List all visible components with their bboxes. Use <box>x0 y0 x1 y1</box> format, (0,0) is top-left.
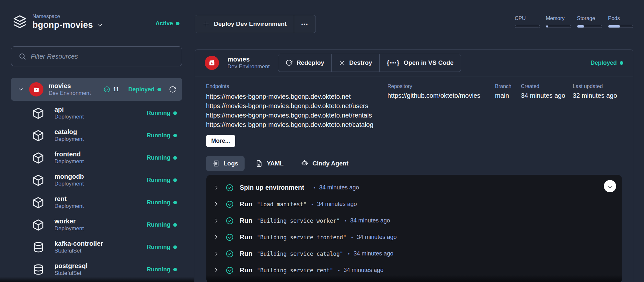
sidebar: movies Dev Environment 11 Deployed api D… <box>11 46 182 281</box>
file-icon <box>256 160 263 167</box>
sidebar-item-rent[interactable]: rent Deployment Running <box>11 191 182 214</box>
sidebar-scroll-fade <box>0 277 194 282</box>
sidebar-item-api[interactable]: api Deployment Running <box>11 102 182 124</box>
movies-app-icon <box>29 82 43 96</box>
sidebar-item-mongodb[interactable]: mongodb Deployment Running <box>11 169 182 191</box>
endpoint-link[interactable]: https://movies-bgonp-movies.bgonp.dev.ok… <box>206 92 387 101</box>
scroll-to-bottom-button[interactable] <box>604 180 616 192</box>
bullet-icon: • <box>311 201 313 207</box>
namespace-block: Namespace bgonp-movies <box>12 14 103 30</box>
ready-count-badge: 11 <box>103 86 119 93</box>
endpoints-label: Endpoints <box>206 84 387 89</box>
detail-tabs: Logs YAML Cindy Agent <box>206 156 633 171</box>
log-entry: Spin up environment • 34 minutes ago <box>206 179 622 196</box>
bullet-icon: • <box>348 251 350 256</box>
chevron-right-icon[interactable] <box>213 201 219 207</box>
chevron-right-icon[interactable] <box>213 185 219 190</box>
panel-header: movies Dev Environment Redeploy Destroy … <box>195 50 633 76</box>
log-entry: Run "Load manifest" • 34 minutes ago <box>206 196 622 212</box>
chevron-down-icon[interactable] <box>17 86 24 93</box>
endpoint-link[interactable]: https://movies-bgonp-movies.bgonp.dev.ok… <box>206 111 387 120</box>
environment-name: movies <box>49 82 103 90</box>
namespace-status-badge: Active <box>155 20 179 27</box>
more-actions-button[interactable]: ••• <box>294 15 316 33</box>
cpu-progress-bar <box>515 25 540 28</box>
robot-icon <box>301 160 308 167</box>
code-braces-icon: {⋯} <box>387 59 400 67</box>
tab-cindy-agent[interactable]: Cindy Agent <box>294 156 355 171</box>
refresh-icon <box>285 59 293 66</box>
sidebar-item-movies-environment[interactable]: movies Dev Environment 11 Deployed <box>11 78 182 101</box>
okteto-layers-logo <box>12 15 27 29</box>
cube-icon <box>32 174 45 187</box>
sidebar-item-kafka-controller[interactable]: kafka-controller StatefulSet Running <box>11 236 182 258</box>
metric-cpu: CPU <box>515 16 540 28</box>
chevron-right-icon[interactable] <box>213 234 219 240</box>
chevron-right-icon[interactable] <box>213 267 219 273</box>
metric-pods: Pods <box>608 16 633 28</box>
repository-section: Repository https://github.com/okteto/mov… <box>387 84 495 147</box>
tab-logs[interactable]: Logs <box>206 156 245 171</box>
open-in-vscode-button[interactable]: {⋯} Open in VS Code <box>379 54 461 72</box>
plus-icon <box>202 20 210 28</box>
redeploy-button[interactable]: Redeploy <box>278 54 331 72</box>
namespace-selector[interactable]: bgonp-movies <box>32 20 103 30</box>
log-entry: Run "Building service rent" • 34 minutes… <box>206 262 622 278</box>
sidebar-item-frontend[interactable]: frontend Deployment Running <box>11 147 182 169</box>
destroy-button[interactable]: Destroy <box>331 54 379 72</box>
check-circle-icon <box>225 266 234 275</box>
resource-metrics: CPU Memory Storage Pods <box>515 16 633 28</box>
cube-icon <box>32 219 45 231</box>
deploy-button-group: Deploy Dev Environment ••• <box>195 15 316 33</box>
status-badge: Running <box>147 266 177 273</box>
bullet-icon: • <box>351 234 353 240</box>
chevron-right-icon[interactable] <box>213 218 219 223</box>
logs-icon <box>213 160 220 167</box>
memory-progress-bar <box>546 25 571 28</box>
log-entry: Run "Building service frontend" • 34 min… <box>206 229 622 245</box>
log-entry: Run "Building service catalog" • 34 minu… <box>206 245 622 262</box>
environment-actions: Redeploy Destroy {⋯} Open in VS Code <box>278 54 461 72</box>
chevron-right-icon[interactable] <box>213 251 219 256</box>
panel-title: movies <box>227 56 270 63</box>
bullet-icon: • <box>338 267 339 273</box>
endpoint-link[interactable]: https://movies-bgonp-movies.bgonp.dev.ok… <box>206 101 387 111</box>
status-badge: Running <box>147 244 177 251</box>
status-badge: Running <box>147 177 177 184</box>
cube-icon <box>32 196 45 209</box>
environment-type: Dev Environment <box>49 90 103 96</box>
repository-link[interactable]: https://github.com/okteto/movies <box>387 92 495 99</box>
endpoints-section: Endpoints https://movies-bgonp-movies.bg… <box>206 84 387 147</box>
metric-storage: Storage <box>577 16 602 28</box>
refresh-icon[interactable] <box>169 86 176 93</box>
arrow-down-icon <box>606 183 614 190</box>
search-icon <box>18 52 26 60</box>
check-circle-icon <box>225 184 234 192</box>
check-circle-icon <box>225 250 234 258</box>
database-icon <box>32 241 45 253</box>
storage-progress-bar <box>577 25 602 28</box>
status-badge: Running <box>147 132 177 139</box>
filter-resources-input[interactable] <box>31 53 175 60</box>
environment-info: Endpoints https://movies-bgonp-movies.bg… <box>195 76 633 147</box>
chevron-down-icon <box>96 22 103 29</box>
cube-icon <box>32 152 45 164</box>
metric-memory: Memory <box>546 16 571 28</box>
endpoint-link[interactable]: https://movies-bgonp-movies.bgonp.dev.ok… <box>206 120 387 130</box>
namespace-label: Namespace <box>32 14 103 19</box>
environment-detail-panel: movies Dev Environment Redeploy Destroy … <box>195 49 633 282</box>
branch-section: Branch main <box>495 84 521 147</box>
deploy-dev-environment-button[interactable]: Deploy Dev Environment <box>195 15 294 33</box>
check-circle-icon <box>225 200 234 209</box>
sidebar-item-catalog[interactable]: catalog Deployment Running <box>11 124 182 147</box>
filter-resources-box <box>11 46 182 66</box>
status-badge: Running <box>147 199 177 206</box>
panel-subtitle: Dev Environment <box>227 63 270 70</box>
sidebar-item-worker[interactable]: worker Deployment Running <box>11 214 182 236</box>
pods-progress-bar <box>608 25 633 28</box>
more-endpoints-button[interactable]: More... <box>206 135 235 147</box>
bullet-icon: • <box>345 218 346 223</box>
movies-app-icon <box>205 56 219 70</box>
tab-yaml[interactable]: YAML <box>249 156 290 171</box>
created-section: Created 34 minutes ago <box>521 84 573 147</box>
